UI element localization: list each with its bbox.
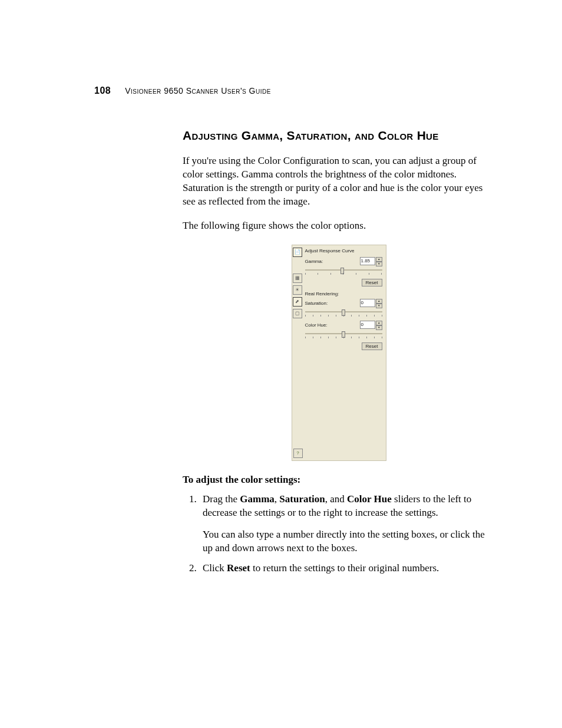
page-number: 108 [94,85,111,95]
gamma-up-button[interactable]: ▴ [376,257,382,262]
step-2-reset: Reset [227,562,250,574]
curve-icon[interactable]: ⬈ [293,297,302,307]
step-1-para2: You can also type a number directly into… [203,528,495,555]
gamma-spinner[interactable]: 1.85 ▴ ▾ [360,257,382,266]
intro-paragraph: If you're using the Color Configuration … [183,154,495,209]
crop-icon[interactable]: ▢ [293,309,302,318]
color-hue-value[interactable]: 0 [360,321,375,329]
color-hue-slider[interactable] [305,332,382,340]
rendering-reset-button[interactable]: Reset [362,342,382,350]
saturation-up-button[interactable]: ▴ [376,299,382,304]
gamma-down-button[interactable]: ▾ [376,262,382,266]
procedure-list: Drag the Gamma, Saturation, and Color Hu… [183,493,495,576]
saturation-value[interactable]: 0 [360,299,375,307]
saturation-spinner[interactable]: 0 ▴ ▾ [360,299,382,308]
color-hue-spinner[interactable]: 0 ▴ ▾ [360,321,382,330]
gamma-value[interactable]: 1.85 [360,257,375,265]
running-header: 108 Visioneer 9650 Scanner User's Guide [94,85,503,96]
step-1-saturation: Saturation [279,493,325,505]
figure-lead-in: The following figure shows the color opt… [183,219,495,233]
color-hue-down-button[interactable]: ▾ [376,325,382,330]
panel-title: Adjust Response Curve [305,248,382,253]
color-hue-label: Color Hue: [305,322,328,328]
color-options-figure: 📄 ▦ ☀ ⬈ ▢ Adjust Response Curve Gamma: 1… [183,245,495,461]
step-1-text: Drag the [203,493,240,505]
file-icon[interactable]: 📄 [293,248,302,257]
gamma-label: Gamma: [305,259,323,264]
section-heading: Adjusting Gamma, Saturation, and Color H… [183,129,495,143]
saturation-label: Saturation: [305,301,328,306]
gamma-slider[interactable] [305,268,382,276]
color-hue-up-button[interactable]: ▴ [376,321,382,325]
adjust-response-curve-panel: 📄 ▦ ☀ ⬈ ▢ Adjust Response Curve Gamma: 1… [292,245,386,461]
brightness-icon[interactable]: ☀ [293,285,302,295]
saturation-slider[interactable] [305,310,382,318]
help-icon[interactable]: ? [293,449,303,458]
step-1: Drag the Gamma, Saturation, and Color Hu… [199,493,495,555]
procedure-heading: To adjust the color settings: [183,474,495,486]
real-rendering-label: Real Rendering: [305,291,382,297]
panel-iconbar: 📄 ▦ ☀ ⬈ ▢ [292,245,303,460]
step-1-gamma: Gamma [240,493,275,505]
gamma-reset-button[interactable]: Reset [362,279,382,286]
step-1-color-hue: Color Hue [347,493,392,505]
step-2-text: Click [203,562,227,574]
saturation-down-button[interactable]: ▾ [376,304,382,308]
step-2: Click Reset to return the settings to th… [199,562,495,575]
running-title: Visioneer 9650 Scanner User's Guide [125,86,271,95]
grid-icon[interactable]: ▦ [293,274,302,283]
